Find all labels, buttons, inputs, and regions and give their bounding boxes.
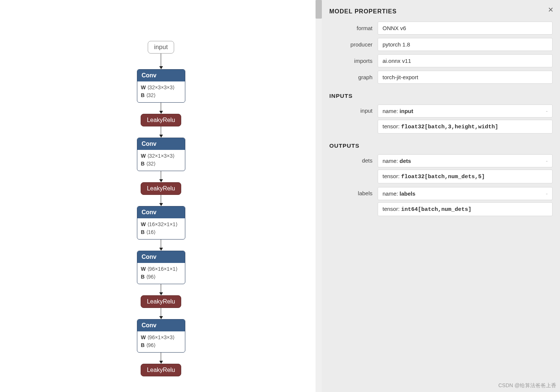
output-name-box[interactable]: name: labels- xyxy=(378,187,553,200)
node-body: W ⟨32×1×3×3⟩B ⟨32⟩ xyxy=(137,150,185,171)
node-header: Conv xyxy=(137,70,185,81)
input-row: inputname: input-tensor: float32[batch,3… xyxy=(329,105,553,134)
conv-node[interactable]: ConvW ⟨32×3×3×3⟩B ⟨32⟩ xyxy=(137,69,185,103)
prop-label-producer: producer xyxy=(329,38,378,51)
close-icon[interactable]: × xyxy=(548,5,553,14)
inputs-heading: INPUTS xyxy=(329,93,553,99)
outputs-heading: OUTPUTS xyxy=(329,142,553,149)
output-name-box[interactable]: name: dets- xyxy=(378,154,553,167)
properties-panel: × MODEL PROPERTIES format ONNX v6 produc… xyxy=(322,0,560,392)
node-body: W ⟨96×16×1×1⟩B ⟨96⟩ xyxy=(137,263,185,284)
conv-node[interactable]: ConvW ⟨96×16×1×1⟩B ⟨96⟩ xyxy=(137,251,185,284)
edge-arrow xyxy=(159,240,163,251)
node-header: Conv xyxy=(137,251,185,263)
input-tensor-box[interactable]: tensor: float32[batch,3,height,width] xyxy=(378,120,553,134)
prop-value-producer[interactable]: pytorch 1.8 xyxy=(378,38,553,51)
input-name-box[interactable]: name: input- xyxy=(378,105,553,118)
edge-arrow xyxy=(159,103,163,114)
conv-node[interactable]: ConvW ⟨32×1×3×3⟩B ⟨32⟩ xyxy=(137,138,185,171)
node-header: Conv xyxy=(137,138,185,150)
edge-arrow xyxy=(159,353,163,364)
panel-title: MODEL PROPERTIES xyxy=(329,8,553,15)
prop-value-imports[interactable]: ai.onnx v11 xyxy=(378,54,553,67)
output-tensor-box[interactable]: tensor: float32[batch,num_dets,5] xyxy=(378,170,553,183)
leakyrelu-node[interactable]: LeakyRelu xyxy=(141,114,182,126)
prop-label-graph: graph xyxy=(329,71,378,84)
node-body: W ⟨32×3×3×3⟩B ⟨32⟩ xyxy=(137,81,185,102)
edge-arrow xyxy=(159,171,163,182)
output-label: labels xyxy=(329,187,378,216)
output-tensor-box[interactable]: tensor: int64[batch,num_dets] xyxy=(378,202,553,216)
conv-node[interactable]: ConvW ⟨16×32×1×1⟩B ⟨16⟩ xyxy=(137,206,185,240)
leakyrelu-node[interactable]: LeakyRelu xyxy=(141,295,182,308)
node-header: Conv xyxy=(137,319,185,331)
output-row: labelsname: labels-tensor: int64[batch,n… xyxy=(329,187,553,216)
prop-label-imports: imports xyxy=(329,54,378,67)
leakyrelu-node[interactable]: LeakyRelu xyxy=(141,364,182,376)
edge-arrow xyxy=(159,308,163,319)
leakyrelu-node[interactable]: LeakyRelu xyxy=(141,182,182,195)
edge-arrow xyxy=(159,284,163,295)
prop-value-graph[interactable]: torch-jit-export xyxy=(378,71,553,84)
output-label: dets xyxy=(329,154,378,183)
node-body: W ⟨96×1×3×3⟩B ⟨96⟩ xyxy=(137,331,185,352)
input-node[interactable]: input xyxy=(148,41,174,54)
output-row: detsname: dets-tensor: float32[batch,num… xyxy=(329,154,553,183)
prop-label-format: format xyxy=(329,22,378,35)
conv-node[interactable]: ConvW ⟨96×1×3×3⟩B ⟨96⟩ xyxy=(137,319,185,353)
input-label: input xyxy=(329,105,378,134)
edge-arrow xyxy=(159,54,163,69)
edge-arrow xyxy=(159,195,163,206)
node-body: W ⟨16×32×1×1⟩B ⟨16⟩ xyxy=(137,218,185,239)
node-header: Conv xyxy=(137,206,185,218)
edge-arrow xyxy=(159,126,163,138)
graph-canvas[interactable]: inputConvW ⟨32×3×3×3⟩B ⟨32⟩LeakyReluConv… xyxy=(0,0,322,392)
prop-value-format[interactable]: ONNX v6 xyxy=(378,22,553,35)
